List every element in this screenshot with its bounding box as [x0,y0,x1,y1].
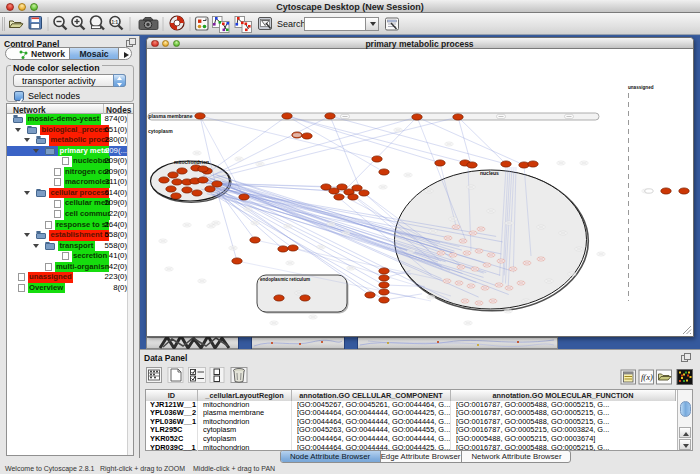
svg-text:endoplasmic reticulum: endoplasmic reticulum [260,277,310,282]
svg-text:f(x): f(x) [641,372,653,382]
svg-text:cytoplasm: cytoplasm [148,128,173,134]
svg-text:plasma membrane: plasma membrane [148,113,192,119]
svg-text:nucleus: nucleus [480,170,499,176]
svg-text:1:1: 1:1 [112,20,119,25]
svg-text:unassigned: unassigned [628,85,654,90]
svg-text:mitochondrion: mitochondrion [174,159,209,165]
